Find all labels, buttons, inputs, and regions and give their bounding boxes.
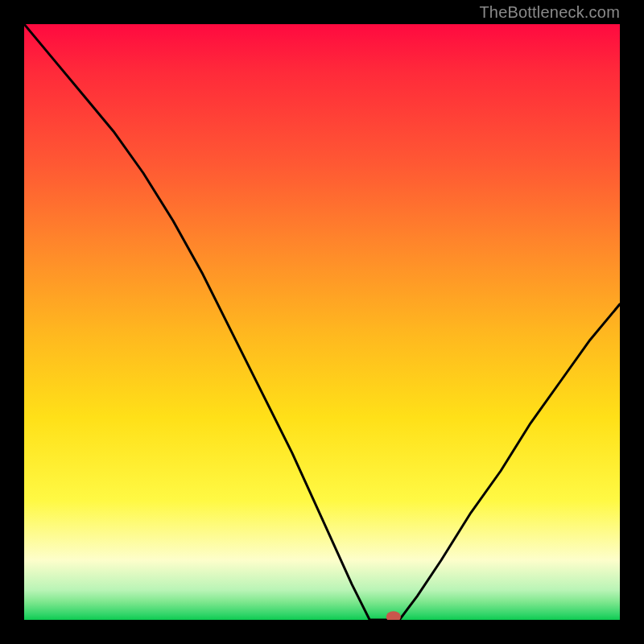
attribution-label: TheBottleneck.com (479, 3, 620, 22)
bottleneck-curve (24, 24, 620, 620)
plot-area (24, 24, 620, 620)
min-marker (386, 611, 401, 620)
chart-frame: TheBottleneck.com (0, 0, 644, 644)
